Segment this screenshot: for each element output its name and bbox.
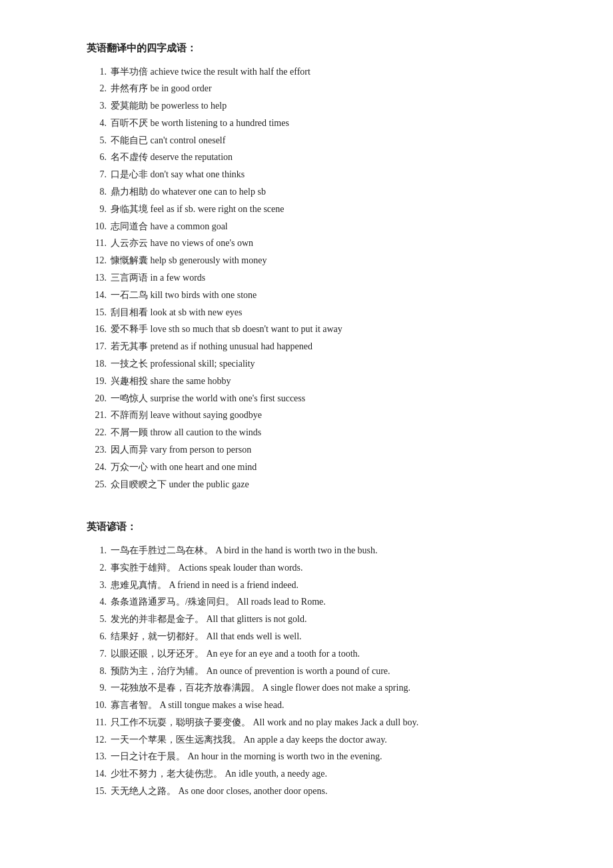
list-item: 11.只工作不玩耍，聪明孩子要变傻。 All work and no play … [87, 715, 526, 731]
list-item-num: 14. [87, 766, 107, 782]
list-item-content: 井然有序 be in good order [111, 81, 526, 97]
list-item: 25.众目睽睽之下 under the public gaze [87, 477, 526, 493]
list-item-num: 25. [87, 477, 107, 493]
list-item-num: 11. [87, 715, 107, 731]
section2-title: 英语谚语： [87, 519, 526, 536]
list-item: 4.条条道路通罗马。/殊途同归。 All roads lead to Rome. [87, 594, 526, 610]
list-item: 21.不辞而别 leave without saying goodbye [87, 407, 526, 423]
list-item-num: 6. [87, 629, 107, 645]
list-item-num: 8. [87, 184, 107, 200]
list-item-num: 12. [87, 732, 107, 748]
list-item-num: 5. [87, 611, 107, 627]
list-item: 4.百听不厌 be worth listening to a hundred t… [87, 115, 526, 131]
list-item-content: 不屑一顾 throw all caution to the winds [111, 425, 526, 441]
list-item-content: 众目睽睽之下 under the public gaze [111, 477, 526, 493]
list-item-content: 慷慨解囊 help sb generously with money [111, 253, 526, 269]
list-item-content: 患难见真情。 A friend in need is a friend inde… [111, 577, 526, 593]
list-item-num: 24. [87, 459, 107, 475]
list-item-content: 一天一个苹果，医生远离找我。 An apple a day keeps the … [111, 732, 526, 748]
list-item-num: 3. [87, 98, 107, 114]
list-item-content: 天无绝人之路。 As one door closes, another door… [111, 783, 526, 799]
list-item-num: 15. [87, 305, 107, 321]
list-item-content: 一日之计在于晨。 An hour in the morning is worth… [111, 749, 526, 765]
list-item: 11.人云亦云 have no views of one's own [87, 235, 526, 251]
list-item-num: 2. [87, 560, 107, 576]
list-item: 8.预防为主，治疗为辅。 An ounce of prevention is w… [87, 663, 526, 679]
list-item-content: 百听不厌 be worth listening to a hundred tim… [111, 115, 526, 131]
list-item-content: 不能自已 can't control oneself [111, 133, 526, 149]
list-item: 19.兴趣相投 share the same hobby [87, 373, 526, 389]
list-item: 3.爱莫能助 be powerless to help [87, 98, 526, 114]
list-item-content: 若无其事 pretend as if nothing unusual had h… [111, 339, 526, 355]
list-item: 5.发光的并非都是金子。 All that glitters is not go… [87, 611, 526, 627]
list-item-content: 一花独放不是春，百花齐放春满园。 A single flower does no… [111, 680, 526, 696]
list-item-content: 因人而异 vary from person to person [111, 442, 526, 458]
list-item-content: 名不虚传 deserve the reputation [111, 149, 526, 165]
list-item-num: 4. [87, 594, 107, 610]
list-item: 13.三言两语 in a few words [87, 270, 526, 286]
list-item: 13.一日之计在于晨。 An hour in the morning is wo… [87, 749, 526, 765]
list-item-num: 15. [87, 783, 107, 799]
list-item-num: 1. [87, 543, 107, 559]
list-item-num: 3. [87, 577, 107, 593]
list-item-num: 2. [87, 81, 107, 97]
section2-list: 1.一鸟在手胜过二鸟在林。 A bird in the hand is wort… [87, 543, 526, 799]
section1-title: 英语翻译中的四字成语： [87, 40, 526, 57]
list-item-num: 21. [87, 407, 107, 423]
list-item: 2.井然有序 be in good order [87, 81, 526, 97]
list-item-num: 19. [87, 373, 107, 389]
list-item-num: 7. [87, 167, 107, 183]
list-item-content: 一技之长 professional skill; speciality [111, 356, 526, 372]
list-item: 7.口是心非 don't say what one thinks [87, 167, 526, 183]
list-item-num: 16. [87, 321, 107, 337]
list-item: 12.慷慨解囊 help sb generously with money [87, 253, 526, 269]
list-item-content: 万众一心 with one heart and one mind [111, 459, 526, 475]
list-item-content: 发光的并非都是金子。 All that glitters is not gold… [111, 611, 526, 627]
list-item: 9.一花独放不是春，百花齐放春满园。 A single flower does … [87, 680, 526, 696]
list-item-content: 预防为主，治疗为辅。 An ounce of prevention is wor… [111, 663, 526, 679]
list-item-num: 4. [87, 115, 107, 131]
list-item: 14.少壮不努力，老大徒伤悲。 An idle youth, a needy a… [87, 766, 526, 782]
list-item: 24.万众一心 with one heart and one mind [87, 459, 526, 475]
list-item-content: 结果好，就一切都好。 All that ends well is well. [111, 629, 526, 645]
list-item: 15.刮目相看 look at sb with new eyes [87, 305, 526, 321]
list-item-num: 10. [87, 219, 107, 235]
list-item: 1.事半功倍 achieve twice the result with hal… [87, 64, 526, 80]
list-item: 22.不屑一顾 throw all caution to the winds [87, 425, 526, 441]
list-item: 7.以眼还眼，以牙还牙。 An eye for an eye and a too… [87, 646, 526, 662]
list-item-num: 23. [87, 442, 107, 458]
list-item-num: 10. [87, 697, 107, 713]
list-item: 10.寡言者智。 A still tongue makes a wise hea… [87, 697, 526, 713]
list-item-num: 17. [87, 339, 107, 355]
list-item-content: 一鸟在手胜过二鸟在林。 A bird in the hand is worth … [111, 543, 526, 559]
list-item-num: 11. [87, 235, 107, 251]
list-item: 9.身临其境 feel as if sb. were right on the … [87, 201, 526, 217]
section1-list: 1.事半功倍 achieve twice the result with hal… [87, 64, 526, 493]
list-item: 5.不能自已 can't control oneself [87, 133, 526, 149]
list-item: 17.若无其事 pretend as if nothing unusual ha… [87, 339, 526, 355]
list-item: 18.一技之长 professional skill; speciality [87, 356, 526, 372]
list-item-num: 9. [87, 680, 107, 696]
list-item-num: 14. [87, 287, 107, 303]
list-item-content: 不辞而别 leave without saying goodbye [111, 407, 526, 423]
list-item-content: 爱莫能助 be powerless to help [111, 98, 526, 114]
list-item-content: 以眼还眼，以牙还牙。 An eye for an eye and a tooth… [111, 646, 526, 662]
list-item: 2.事实胜于雄辩。 Actions speak louder than word… [87, 560, 526, 576]
list-item-content: 事实胜于雄辩。 Actions speak louder than words. [111, 560, 526, 576]
list-item-num: 5. [87, 133, 107, 149]
list-item-content: 鼎力相助 do whatever one can to help sb [111, 184, 526, 200]
list-item-content: 三言两语 in a few words [111, 270, 526, 286]
list-item-num: 9. [87, 201, 107, 217]
list-item-content: 事半功倍 achieve twice the result with half … [111, 64, 526, 80]
list-item-num: 13. [87, 270, 107, 286]
list-item: 16.爱不释手 love sth so much that sb doesn't… [87, 321, 526, 337]
list-item: 8.鼎力相助 do whatever one can to help sb [87, 184, 526, 200]
list-item-content: 身临其境 feel as if sb. were right on the sc… [111, 201, 526, 217]
list-item-content: 条条道路通罗马。/殊途同归。 All roads lead to Rome. [111, 594, 526, 610]
list-item: 1.一鸟在手胜过二鸟在林。 A bird in the hand is wort… [87, 543, 526, 559]
list-item-content: 志同道合 have a common goal [111, 219, 526, 235]
list-item: 12.一天一个苹果，医生远离找我。 An apple a day keeps t… [87, 732, 526, 748]
list-item-content: 寡言者智。 A still tongue makes a wise head. [111, 697, 526, 713]
list-item-num: 12. [87, 253, 107, 269]
list-item-content: 爱不释手 love sth so much that sb doesn't wa… [111, 321, 526, 337]
